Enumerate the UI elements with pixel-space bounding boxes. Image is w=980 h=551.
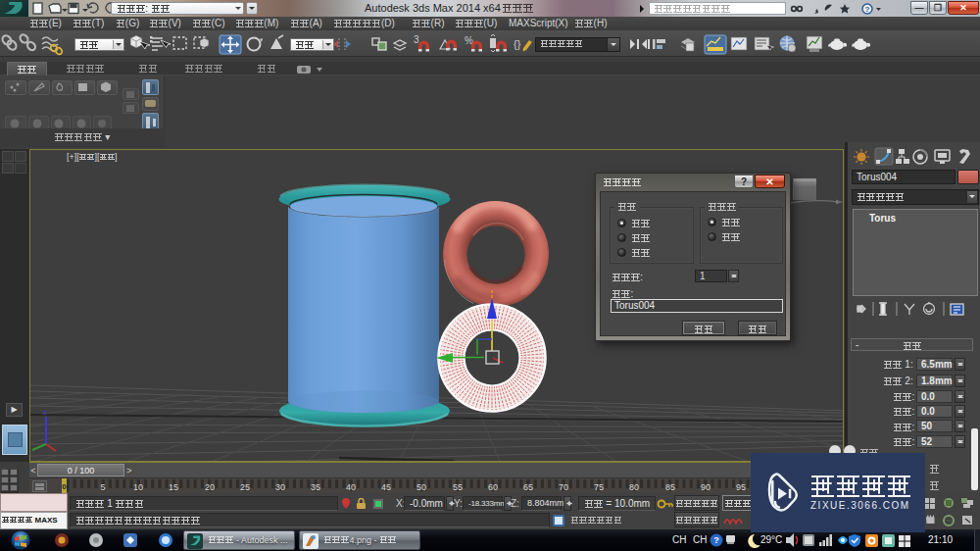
svg-text:5: 5 — [100, 482, 105, 492]
svg-text:z: z — [43, 408, 47, 417]
svg-text:65: 65 — [523, 482, 533, 492]
svg-text:25: 25 — [240, 482, 250, 492]
svg-text:?: ? — [713, 535, 719, 545]
svg-text:35: 35 — [311, 482, 320, 492]
svg-text:45: 45 — [381, 482, 391, 492]
svg-text:{}: {} — [514, 38, 521, 50]
svg-text:70: 70 — [559, 482, 568, 492]
svg-text:30: 30 — [275, 482, 285, 492]
svg-text:50: 50 — [416, 482, 426, 492]
svg-text:3: 3 — [414, 34, 419, 45]
svg-text:10: 10 — [133, 482, 143, 492]
svg-text:60: 60 — [488, 482, 498, 492]
svg-text:80: 80 — [629, 482, 639, 492]
svg-text:95: 95 — [736, 482, 746, 492]
svg-text:0: 0 — [62, 482, 67, 491]
svg-text:20: 20 — [205, 482, 215, 492]
svg-text:55: 55 — [453, 482, 463, 492]
svg-text:75: 75 — [594, 482, 604, 492]
svg-text:15: 15 — [169, 482, 178, 492]
svg-text:40: 40 — [346, 482, 356, 492]
svg-text:90: 90 — [701, 482, 710, 492]
svg-text:85: 85 — [665, 482, 675, 492]
svg-text:?: ? — [865, 5, 870, 14]
